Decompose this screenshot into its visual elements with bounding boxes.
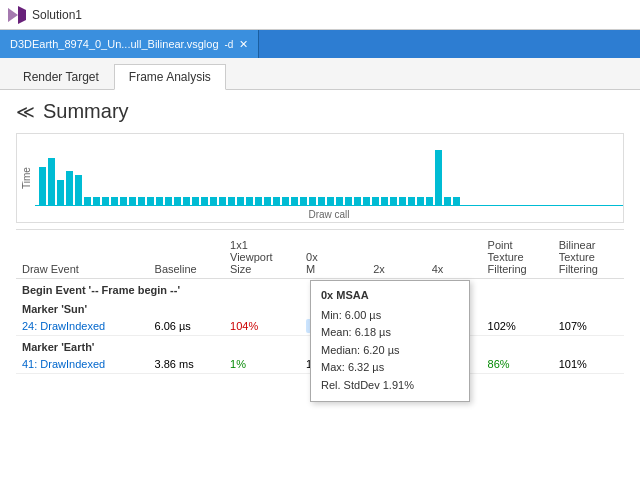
cell-draw-event-41: 41: DrawIndexed: [16, 355, 149, 374]
chart-bar: [210, 197, 217, 205]
app-title: Solution1: [32, 8, 82, 22]
cell-draw-event-24: 24: DrawIndexed: [16, 317, 149, 336]
cell-point-41: 86%: [482, 355, 553, 374]
file-tab[interactable]: D3DEarth_8974_0_Un...ull_Bilinear.vsglog…: [0, 30, 259, 58]
col-msaa0x: 0xM: [300, 236, 367, 279]
tab-render-target[interactable]: Render Target: [8, 64, 114, 89]
tooltip-box: 0x MSAA Min: 6.00 µs Mean: 6.18 µs Media…: [310, 280, 470, 402]
chart-bar: [174, 197, 181, 205]
chart-bar: [84, 197, 91, 205]
chart-bar: [273, 197, 280, 205]
tab-frame-analysis[interactable]: Frame Analysis: [114, 64, 226, 90]
col-baseline: Baseline: [149, 236, 224, 279]
draw-indexed-24-link[interactable]: 24: DrawIndexed: [22, 320, 105, 332]
col-draw-event: Draw Event: [16, 236, 149, 279]
chart-inner: Draw call: [35, 134, 623, 222]
chart-bar: [417, 197, 424, 205]
table-header-row: Draw Event Baseline 1x1ViewportSize 0xM …: [16, 236, 624, 279]
chart-bar: [201, 197, 208, 205]
chart-bar: [426, 197, 433, 205]
tooltip-rel-stddev: Rel. StdDev 1.91%: [321, 377, 459, 395]
tooltip-max: Max: 6.32 µs: [321, 359, 459, 377]
chart-bar: [363, 197, 370, 205]
chart-bar: [66, 171, 73, 205]
chart-bar: [165, 197, 172, 205]
chart-bar: [75, 175, 82, 205]
tab-bar: D3DEarth_8974_0_Un...ull_Bilinear.vsglog…: [0, 30, 640, 58]
summary-header: ≪ Summary: [16, 100, 624, 123]
chart-bar: [246, 197, 253, 205]
title-bar: Solution1: [0, 0, 640, 30]
cell-baseline-24: 6.06 µs: [149, 317, 224, 336]
chart-bar: [399, 197, 406, 205]
main-content: ≪ Summary Time Draw call Draw Event Base…: [0, 90, 640, 501]
nav-tabs: Render Target Frame Analysis: [0, 58, 640, 90]
chart-bar: [318, 197, 325, 205]
chart-bar: [327, 197, 334, 205]
chart-bar: [156, 197, 163, 205]
chart-bar: [111, 197, 118, 205]
chart-bar: [147, 197, 154, 205]
chart-bar: [48, 158, 55, 205]
chart-bar: [138, 197, 145, 205]
pin-icon: -d: [225, 39, 234, 50]
chart-bar: [372, 197, 379, 205]
col-msaa4x: 4x: [426, 236, 482, 279]
cell-point-24: 102%: [482, 317, 553, 336]
chart-bar: [255, 197, 262, 205]
chart-bar: [354, 197, 361, 205]
chart-bar: [57, 180, 64, 205]
chart-bar: [120, 197, 127, 205]
chart-bar: [102, 197, 109, 205]
close-icon[interactable]: ✕: [239, 38, 248, 51]
chart-bar: [183, 197, 190, 205]
chart-bar: [336, 197, 343, 205]
bar-container: [35, 150, 623, 205]
tooltip-median: Median: 6.20 µs: [321, 342, 459, 360]
chart-bar: [219, 197, 226, 205]
chart-bar: [453, 197, 460, 205]
tooltip-mean: Mean: 6.18 µs: [321, 324, 459, 342]
svg-marker-2: [8, 8, 18, 22]
chart-bar: [129, 197, 136, 205]
chart-bar: [282, 197, 289, 205]
cell-viewport-41: 1%: [224, 355, 300, 374]
chart-bar: [228, 197, 235, 205]
section-divider: [16, 229, 624, 230]
chart-x-label: Draw call: [35, 209, 623, 220]
tooltip-title: 0x MSAA: [321, 287, 459, 305]
col-msaa2x: 2x: [367, 236, 426, 279]
tooltip-min: Min: 6.00 µs: [321, 307, 459, 325]
chart-baseline: [35, 205, 623, 206]
chart-bar: [309, 197, 316, 205]
cell-bilinear-41: 101%: [553, 355, 624, 374]
tab-filename: D3DEarth_8974_0_Un...ull_Bilinear.vsglog: [10, 38, 219, 50]
col-bilinear-texture: BilinearTextureFiltering: [553, 236, 624, 279]
draw-indexed-41-link[interactable]: 41: DrawIndexed: [22, 358, 105, 370]
chart-bar: [345, 197, 352, 205]
chart-bar: [435, 150, 442, 205]
chart-bar: [237, 197, 244, 205]
chart-bar: [408, 197, 415, 205]
chart-bar: [381, 197, 388, 205]
col-point-texture: PointTextureFiltering: [482, 236, 553, 279]
cell-viewport-24: 104%: [224, 317, 300, 336]
chart-bar: [39, 167, 46, 205]
chart-bar: [192, 197, 199, 205]
chart-area: Time Draw call: [16, 133, 624, 223]
chart-bar: [300, 197, 307, 205]
svg-marker-1: [18, 6, 26, 24]
chart-bar: [444, 197, 451, 205]
summary-title: Summary: [43, 100, 129, 123]
chart-y-label: Time: [17, 134, 35, 222]
cell-baseline-41: 3.86 ms: [149, 355, 224, 374]
col-viewport: 1x1ViewportSize: [224, 236, 300, 279]
chart-bar: [93, 197, 100, 205]
collapse-icon[interactable]: ≪: [16, 101, 35, 123]
chart-bar: [291, 197, 298, 205]
cell-bilinear-24: 107%: [553, 317, 624, 336]
vs-logo-icon: [8, 6, 26, 24]
chart-bar: [264, 197, 271, 205]
chart-bar: [390, 197, 397, 205]
